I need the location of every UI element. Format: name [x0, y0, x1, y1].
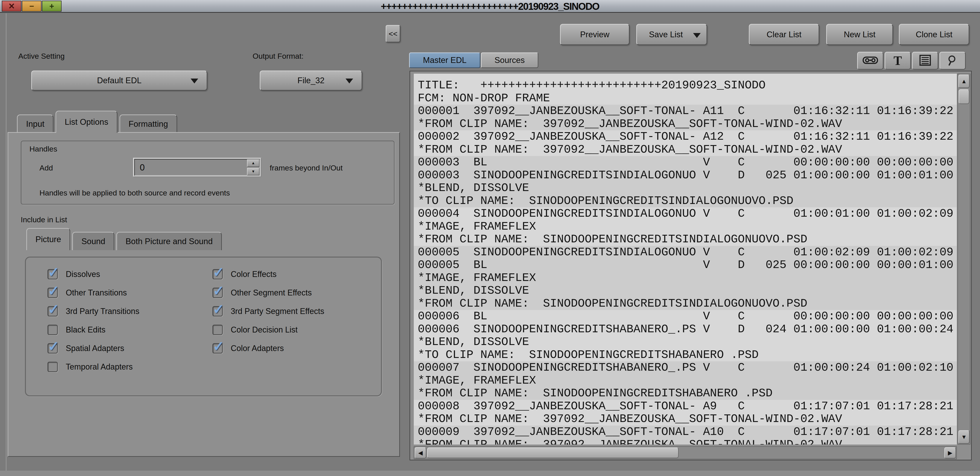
edl-line: 000006 BL V C 00:00:00:00 00:00:00:00 — [414, 310, 957, 323]
list-view-button[interactable] — [912, 52, 938, 70]
text-tool-button[interactable]: T — [885, 52, 911, 70]
zoom-window-icon[interactable]: + — [42, 1, 62, 11]
unchecked-checkbox[interactable] — [48, 325, 58, 335]
option-dissolves: ✓Dissolves — [48, 269, 212, 280]
edl-line: *IMAGE, FRAMEFLEX — [414, 272, 957, 284]
checkbox-label: Color Decision List — [231, 325, 298, 334]
tab-both-picture-and-sound[interactable]: Both Picture and Sound — [116, 232, 222, 250]
scroll-left-icon[interactable]: ◀ — [415, 447, 426, 458]
option-temporal-adapters: Temporal Adapters — [48, 362, 212, 372]
checked-checkbox[interactable]: ✓ — [48, 269, 58, 280]
handles-add-stepper[interactable]: 0 ▲ ▼ — [133, 158, 261, 177]
edl-line: *FROM CLIP NAME: 397092__JANBEZOUSKA__SO… — [414, 413, 957, 426]
stepper-up-icon[interactable]: ▲ — [247, 159, 259, 167]
checkbox-label: Temporal Adapters — [66, 362, 133, 372]
edl-line: TITLE: ++++++++++++++++++++++++++2019092… — [414, 79, 957, 92]
edl-line: 000007 SINODOOPENINGCREDITSHABANERO_.PS … — [414, 361, 957, 374]
chevron-down-icon — [191, 78, 198, 83]
edl-line: 000005 SINODOOPENINGCREDITSINDIALOGONUO … — [414, 246, 957, 259]
save-list-label: Save List — [649, 30, 683, 39]
search-button[interactable] — [939, 52, 966, 70]
edl-line: *FROM CLIP NAME: 397092__JANBEZOUSKA__SO… — [414, 143, 957, 156]
vertical-scrollbar[interactable]: ▲ ▼ — [958, 73, 970, 444]
tape-button[interactable] — [857, 52, 883, 70]
checked-checkbox[interactable]: ✓ — [212, 343, 223, 353]
tab-sound[interactable]: Sound — [72, 232, 115, 250]
output-format-value: File_32 — [298, 76, 325, 85]
checked-checkbox[interactable]: ✓ — [48, 343, 58, 353]
check-mark-icon: ✓ — [48, 264, 59, 280]
save-list-button[interactable]: Save List — [636, 24, 707, 45]
edl-line: 000009 397092__JANBEZOUSKA__SOFT-TONAL- … — [414, 426, 957, 439]
save-list-dropdown-icon[interactable] — [693, 33, 701, 38]
chevron-down-icon — [345, 78, 353, 83]
handles-title: Handles — [29, 145, 57, 153]
edl-line: *FROM CLIP NAME: SINODOOPENINGCREDITSIND… — [414, 297, 957, 310]
checked-checkbox[interactable]: ✓ — [212, 306, 223, 316]
stepper-down-icon[interactable]: ▼ — [247, 168, 259, 176]
horizontal-scrollbar[interactable]: ◀ ▶ — [414, 446, 957, 459]
scroll-right-icon[interactable]: ▶ — [944, 447, 956, 458]
tab-master-edl[interactable]: Master EDL — [409, 53, 480, 68]
checkbox-label: Spatial Adapters — [66, 343, 124, 353]
scroll-up-icon[interactable]: ▲ — [958, 75, 969, 88]
tab-formatting[interactable]: Formatting — [119, 115, 177, 133]
edl-line: *BLEND, DISSOLVE — [414, 284, 957, 297]
include-options-grid: ✓Dissolves✓Color Effects✓Other Transitio… — [48, 269, 366, 372]
titlebar[interactable]: ✕ − + ++++++++++++++++++++++++++20190923… — [0, 0, 980, 13]
tab-input[interactable]: Input — [17, 115, 54, 133]
edl-line: *FROM CLIP NAME: SINODOOPENINGCREDITSHAB… — [414, 387, 957, 400]
checkbox-label: Other Transitions — [66, 288, 127, 297]
clone-list-button[interactable]: Clone List — [899, 24, 969, 45]
unchecked-checkbox[interactable] — [48, 362, 58, 372]
unchecked-checkbox[interactable] — [212, 325, 223, 335]
new-list-button[interactable]: New List — [826, 24, 893, 45]
active-setting-label: Active Setting — [18, 52, 65, 61]
edl-line: *IMAGE, FRAMEFLEX — [414, 374, 957, 387]
tape-icon — [862, 56, 878, 66]
option-color-decision-list: Color Decision List — [212, 325, 366, 335]
option-3rd-party-segment-effects: ✓3rd Party Segment Effects — [212, 306, 366, 316]
handles-suffix-label: frames beyond In/Out — [270, 164, 343, 172]
option-other-transitions: ✓Other Transitions — [48, 288, 212, 298]
collapse-panel-button[interactable]: << — [386, 25, 400, 42]
checkbox-label: Color Adapters — [231, 343, 284, 353]
edl-line: *IMAGE, FRAMEFLEX — [414, 220, 957, 233]
option-color-adapters: ✓Color Adapters — [212, 343, 366, 353]
checked-checkbox[interactable]: ✓ — [212, 288, 223, 298]
checkbox-label: Color Effects — [231, 270, 277, 279]
horizontal-scroll-thumb[interactable] — [427, 447, 679, 458]
minimize-window-icon[interactable]: − — [22, 1, 41, 11]
scroll-down-icon[interactable]: ▼ — [958, 430, 969, 444]
tab-sources[interactable]: Sources — [481, 53, 538, 68]
edl-line: *FROM CLIP NAME: 397092__JANBEZOUSKA__SO… — [414, 438, 957, 444]
checked-checkbox[interactable]: ✓ — [48, 288, 58, 298]
edl-line: 000003 SINODOOPENINGCREDITSINDIALOGONUO … — [414, 169, 957, 182]
clear-list-button[interactable]: Clear List — [749, 24, 819, 45]
check-mark-icon: ✓ — [213, 264, 224, 280]
checkbox-label: 3rd Party Transitions — [66, 307, 139, 316]
handles-add-input[interactable]: 0 — [134, 159, 260, 176]
edl-line: 000002 397092__JANBEZOUSKA__SOFT-TONAL- … — [414, 130, 957, 143]
checked-checkbox[interactable]: ✓ — [48, 306, 58, 316]
tab-list-options[interactable]: List Options — [56, 111, 117, 133]
checked-checkbox[interactable]: ✓ — [212, 269, 223, 280]
edl-text-view[interactable]: TITLE: ++++++++++++++++++++++++++2019092… — [414, 73, 957, 444]
edl-line: *BLEND, DISSOLVE — [414, 335, 957, 348]
active-setting-dropdown[interactable]: Default EDL — [31, 70, 207, 91]
active-setting-value: Default EDL — [97, 76, 142, 85]
edl-line: 000005 BL V D 025 00:00:00:00 00:00:01:0… — [414, 259, 957, 272]
option-black-edits: Black Edits — [48, 325, 212, 335]
window-frame-bottom — [0, 471, 980, 476]
edl-toolbar: T — [857, 52, 966, 70]
tab-picture[interactable]: Picture — [26, 228, 70, 250]
vertical-scroll-thumb[interactable] — [959, 89, 969, 104]
edl-line: *BLEND, DISSOLVE — [414, 182, 957, 195]
check-mark-icon: ✓ — [48, 301, 59, 317]
output-format-dropdown[interactable]: File_32 — [260, 70, 362, 91]
close-window-icon[interactable]: ✕ — [2, 1, 21, 11]
check-mark-icon: ✓ — [213, 338, 224, 355]
preview-button[interactable]: Preview — [560, 24, 630, 45]
add-label: Add — [40, 164, 53, 172]
edl-line: 000008 397092__JANBEZOUSKA__SOFT-TONAL- … — [414, 400, 957, 413]
